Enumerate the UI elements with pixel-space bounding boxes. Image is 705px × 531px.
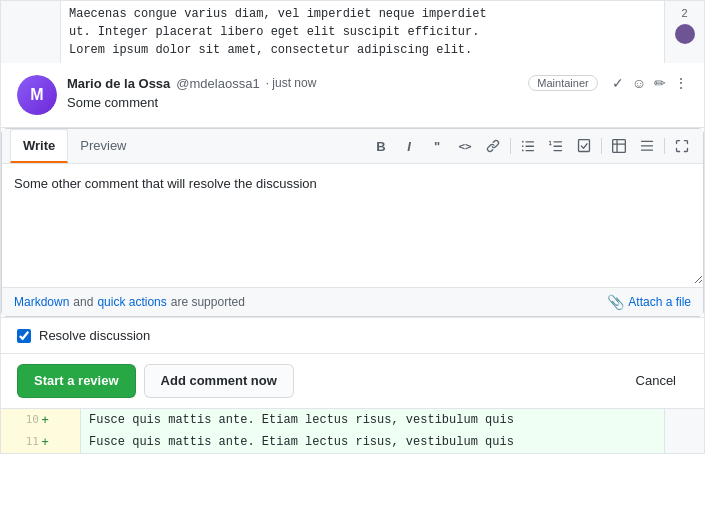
code-button[interactable]: <> [452, 133, 478, 159]
cancel-button[interactable]: Cancel [624, 367, 688, 394]
markdown-link[interactable]: Markdown [14, 295, 69, 309]
toolbar-sep-3 [664, 138, 665, 154]
comment-time: · just now [266, 76, 317, 90]
maintainer-badge: Maintainer [528, 75, 597, 91]
add-comment-button[interactable]: Add comment now [144, 364, 294, 398]
resolve-icon[interactable]: ✓ [612, 75, 624, 91]
editor-footer-left: Markdown and quick actions are supported [14, 295, 245, 309]
unordered-list-button[interactable] [515, 133, 541, 159]
diff-code-text-10: Fusce quis mattis ante. Etiam lectus ris… [89, 413, 514, 427]
bottom-diff-content: Fusce quis mattis ante. Etiam lectus ris… [81, 409, 664, 453]
bottom-diff: 10 + 11 + Fusce quis mattis ante. Etiam … [0, 409, 705, 454]
toolbar-sep-2 [601, 138, 602, 154]
resolve-label[interactable]: Resolve discussion [39, 328, 150, 343]
editor-footer: Markdown and quick actions are supported… [2, 287, 703, 316]
resolve-checkbox[interactable] [17, 329, 31, 343]
collapsible-button[interactable] [634, 133, 660, 159]
line-marker-11: + [39, 435, 51, 449]
line-num-old-11: 11 [9, 435, 39, 448]
editor-inner: Write Preview B I " <> [1, 128, 704, 317]
bottom-diff-gutters: 10 + 11 + [1, 409, 81, 453]
edit-icon[interactable]: ✏ [654, 75, 666, 91]
attach-label: Attach a file [628, 295, 691, 309]
start-review-button[interactable]: Start a review [17, 364, 136, 398]
editor-wrapper: Write Preview B I " <> [0, 128, 705, 318]
ordered-list-button[interactable] [543, 133, 569, 159]
bold-button[interactable]: B [368, 133, 394, 159]
comment-text: Some comment [67, 95, 688, 110]
diff-gutter-left [1, 1, 61, 63]
diff-line-11: 11 + [1, 431, 80, 453]
task-list-button[interactable] [571, 133, 597, 159]
comment-header: Mario de la Ossa @mdelaossa1 · just now … [67, 75, 688, 91]
footer-and: and [73, 295, 93, 309]
line-marker-10: + [39, 413, 51, 427]
attach-file-button[interactable]: 📎 Attach a file [607, 294, 691, 310]
emoji-icon[interactable]: ☺ [632, 75, 646, 91]
fullscreen-button[interactable] [669, 133, 695, 159]
table-button[interactable] [606, 133, 632, 159]
comment-handle: @mdelaossa1 [176, 76, 259, 91]
comment-block: M Mario de la Ossa @mdelaossa1 · just no… [0, 63, 705, 128]
diff-line-number: 2 [667, 5, 702, 22]
italic-button[interactable]: I [396, 133, 422, 159]
attach-icon: 📎 [607, 294, 624, 310]
buttons-section: Start a review Add comment now Cancel [0, 354, 705, 409]
main-container: Maecenas congue varius diam, vel imperdi… [0, 0, 705, 454]
avatar-image: M [17, 75, 57, 115]
line-num-old-10: 10 [9, 413, 39, 426]
editor-tabs: Write Preview B I " <> [2, 129, 703, 164]
comment-author: Mario de la Ossa [67, 76, 170, 91]
diff-code-row-11: Fusce quis mattis ante. Etiam lectus ris… [81, 431, 664, 453]
quote-button[interactable]: " [424, 133, 450, 159]
comment-body: Mario de la Ossa @mdelaossa1 · just now … [67, 75, 688, 115]
diff-right-col [664, 409, 704, 453]
diff-code-row-10: Fusce quis mattis ante. Etiam lectus ris… [81, 409, 664, 431]
diff-top-text: Maecenas congue varius diam, vel imperdi… [69, 7, 487, 57]
tab-write[interactable]: Write [10, 129, 68, 163]
resolve-section: Resolve discussion [0, 318, 705, 354]
diff-line-10: 10 + [1, 409, 80, 431]
tab-preview[interactable]: Preview [68, 130, 138, 163]
link-button[interactable] [480, 133, 506, 159]
diff-top-content: Maecenas congue varius diam, vel imperdi… [61, 1, 664, 63]
diff-right-gutter: 2 [664, 1, 704, 63]
avatar: M [17, 75, 57, 115]
editor-textarea[interactable]: Some other comment that will resolve the… [2, 164, 703, 284]
diff-avatar [675, 24, 695, 44]
diff-code-text-11: Fusce quis mattis ante. Etiam lectus ris… [89, 435, 514, 449]
toolbar-sep-1 [510, 138, 511, 154]
footer-supported: are supported [171, 295, 245, 309]
editor-toolbar: B I " <> [368, 129, 695, 163]
diff-top-section: Maecenas congue varius diam, vel imperdi… [0, 0, 705, 63]
quick-actions-link[interactable]: quick actions [97, 295, 166, 309]
more-icon[interactable]: ⋮ [674, 75, 688, 91]
comment-actions: ✓ ☺ ✏ ⋮ [612, 75, 688, 91]
